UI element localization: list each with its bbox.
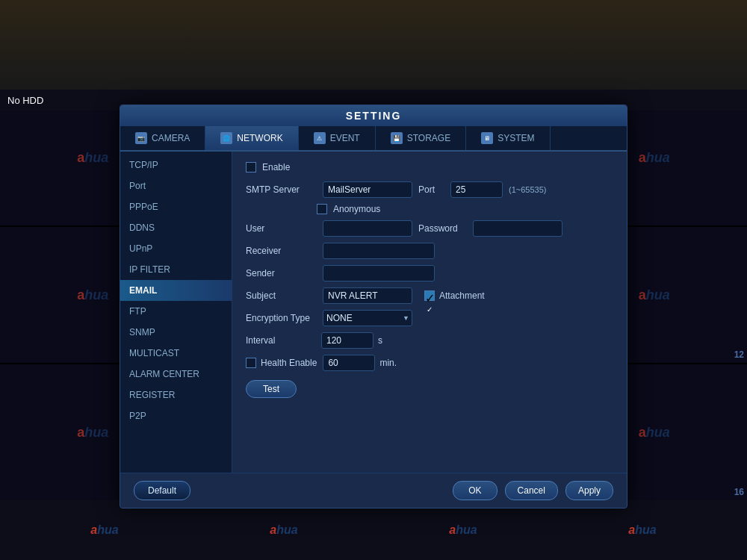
sidebar-item-email[interactable]: EMAIL	[120, 280, 232, 301]
tab-network-label: NETWORK	[237, 133, 282, 143]
dialog-title: SETTING	[120, 105, 627, 126]
smtp-row: SMTP Server Port (1~65535)	[246, 181, 613, 198]
sidebar-item-upnp[interactable]: UPnP	[120, 238, 232, 259]
port-range-label: (1~65535)	[509, 185, 546, 194]
apply-button[interactable]: Apply	[565, 481, 613, 500]
interval-unit: s	[378, 335, 382, 346]
subject-input[interactable]	[323, 287, 412, 304]
subject-row: Subject ✓ Attachment	[246, 287, 613, 304]
anonymous-row: Anonymous	[246, 204, 613, 214]
receiver-row: Receiver	[246, 243, 613, 259]
sidebar-item-alarmcenter[interactable]: ALARM CENTER	[120, 364, 232, 385]
user-input[interactable]	[323, 220, 412, 237]
enable-row: Enable	[246, 162, 613, 172]
tab-event-label: EVENT	[330, 133, 360, 143]
dahua-logo-12: ahua	[639, 425, 670, 441]
tab-system[interactable]: 🖥 SYSTEM	[466, 126, 550, 150]
tab-network[interactable]: 🌐 NETWORK	[205, 126, 298, 150]
dahua-logo-5: ahua	[77, 287, 108, 303]
interval-row: Interval s	[246, 332, 613, 349]
sidebar-item-snmp[interactable]: SNMP	[120, 322, 232, 343]
enable-checkbox[interactable]	[246, 162, 256, 172]
sidebar-item-ddns[interactable]: DDNS	[120, 217, 232, 238]
tab-camera[interactable]: 📷 CAMERA	[120, 126, 205, 150]
receiver-input[interactable]	[323, 243, 435, 259]
health-interval-input[interactable]	[323, 355, 375, 371]
anonymous-checkbox[interactable]	[317, 204, 327, 214]
dialog-content: TCP/IP Port PPPoE DDNS UPnP IP FILTER EM…	[120, 152, 627, 473]
cancel-button[interactable]: Cancel	[505, 481, 558, 500]
encryption-select-wrapper: NONE SSL TLS	[323, 310, 412, 326]
port-label: Port	[418, 184, 444, 195]
system-tab-icon: 🖥	[481, 132, 493, 144]
camera-tab-icon: 📷	[135, 132, 147, 144]
attachment-label: Attachment	[439, 290, 485, 301]
sidebar-item-register[interactable]: REGISTER	[120, 385, 232, 405]
storage-tab-icon: 💾	[391, 132, 403, 144]
tab-storage-label: STORAGE	[407, 133, 450, 143]
ok-button[interactable]: OK	[453, 481, 497, 500]
receiver-label: Receiver	[246, 246, 317, 256]
sidebar-item-pppoe[interactable]: PPPoE	[120, 196, 232, 217]
health-enable-checkbox[interactable]	[246, 358, 256, 368]
health-enable-row: Health Enable min.	[246, 355, 613, 371]
encryption-label: Encryption Type	[246, 313, 317, 323]
email-panel: Enable SMTP Server Port (1~65535) Anonym…	[232, 152, 627, 473]
anonymous-label: Anonymous	[333, 204, 380, 214]
settings-dialog: SETTING 📷 CAMERA 🌐 NETWORK ⚠ EVENT 💾 STO…	[120, 105, 627, 508]
user-label: User	[246, 223, 317, 234]
tab-event[interactable]: ⚠ EVENT	[299, 126, 376, 150]
attachment-row: ✓ Attachment	[424, 290, 485, 301]
encryption-select[interactable]: NONE SSL TLS	[323, 310, 412, 326]
footer-logo-1: ahua	[90, 523, 118, 537]
sidebar-item-tcpip[interactable]: TCP/IP	[120, 155, 232, 175]
port-input[interactable]	[450, 181, 503, 198]
sender-label: Sender	[246, 268, 317, 279]
sender-input[interactable]	[323, 265, 435, 281]
sidebar-item-port[interactable]: Port	[120, 175, 232, 196]
smtp-server-input[interactable]	[323, 181, 412, 198]
footer-bar: ahua ahua ahua ahua	[0, 500, 747, 560]
dahua-logo-1: ahua	[77, 150, 108, 166]
sidebar-item-p2p[interactable]: P2P	[120, 405, 232, 426]
dahua-logo-4: ahua	[639, 150, 670, 166]
network-tab-icon: 🌐	[220, 132, 232, 144]
no-hdd-label: No HDD	[7, 95, 43, 106]
attachment-checkbox[interactable]: ✓	[424, 290, 435, 301]
footer-logo-4: ahua	[628, 523, 656, 537]
network-sidebar: TCP/IP Port PPPoE DDNS UPnP IP FILTER EM…	[120, 152, 232, 473]
event-tab-icon: ⚠	[314, 132, 326, 144]
interval-label: Interval	[246, 335, 317, 346]
password-input[interactable]	[473, 220, 562, 237]
default-button[interactable]: Default	[134, 481, 190, 500]
health-enable-label: Health Enable	[261, 358, 317, 368]
tab-system-label: SYSTEM	[498, 133, 534, 143]
sidebar-item-multicast[interactable]: MULTICAST	[120, 343, 232, 364]
sidebar-item-ipfilter[interactable]: IP FILTER	[120, 259, 232, 280]
dahua-logo-8: ahua	[639, 287, 670, 303]
footer-logo-2: ahua	[270, 523, 297, 537]
footer-logo-3: ahua	[449, 523, 477, 537]
user-pass-row: User Password	[246, 220, 613, 237]
sender-row: Sender	[246, 265, 613, 281]
tab-camera-label: CAMERA	[152, 133, 190, 143]
test-button[interactable]: Test	[246, 380, 297, 398]
enable-label: Enable	[262, 162, 290, 172]
tab-storage[interactable]: 💾 STORAGE	[376, 126, 466, 150]
password-label: Password	[418, 223, 467, 234]
smtp-server-label: SMTP Server	[246, 184, 317, 195]
dahua-logo-9: ahua	[77, 425, 108, 441]
sidebar-item-ftp[interactable]: FTP	[120, 301, 232, 322]
subject-label: Subject	[246, 290, 317, 301]
interval-input[interactable]	[321, 332, 374, 349]
dialog-bottom: Default OK Cancel Apply	[120, 473, 627, 508]
tab-bar: 📷 CAMERA 🌐 NETWORK ⚠ EVENT 💾 STORAGE 🖥 S…	[120, 126, 627, 152]
health-unit: min.	[379, 358, 397, 368]
action-buttons: OK Cancel Apply	[453, 481, 613, 500]
